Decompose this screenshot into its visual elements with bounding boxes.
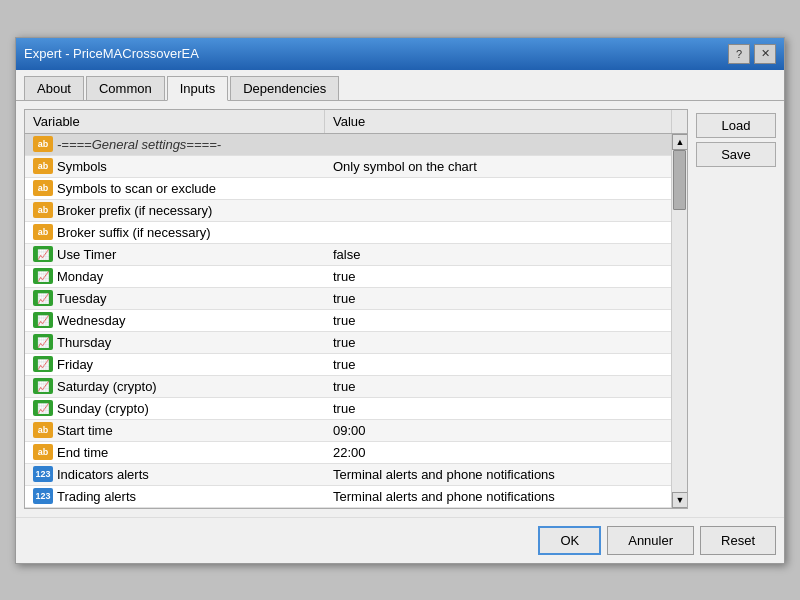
main-window: Expert - PriceMACrossoverEA ? ✕ About Co… — [15, 37, 785, 564]
type-badge: 📈 — [33, 290, 53, 306]
variable-value: true — [325, 289, 671, 308]
tab-about[interactable]: About — [24, 76, 84, 100]
variable-value — [325, 208, 671, 212]
table-body: ab-====General settings====-abSymbolsOnl… — [25, 134, 671, 508]
table-row[interactable]: abEnd time22:00 — [25, 442, 671, 464]
type-badge: 📈 — [33, 378, 53, 394]
type-badge: ab — [33, 158, 53, 174]
variable-name: Thursday — [57, 335, 111, 350]
type-badge: 📈 — [33, 312, 53, 328]
variable-column-header: Variable — [25, 110, 325, 133]
variable-name: -====General settings====- — [57, 137, 221, 152]
table-row[interactable]: 📈Mondaytrue — [25, 266, 671, 288]
variable-value: true — [325, 377, 671, 396]
title-bar-buttons: ? ✕ — [728, 44, 776, 64]
variable-value — [325, 142, 671, 146]
type-badge: 123 — [33, 488, 53, 504]
save-button[interactable]: Save — [696, 142, 776, 167]
variable-name: Wednesday — [57, 313, 125, 328]
variable-value — [325, 230, 671, 234]
main-content: Variable Value ab-====General settings==… — [16, 101, 784, 517]
variable-name: Sunday (crypto) — [57, 401, 149, 416]
load-button[interactable]: Load — [696, 113, 776, 138]
type-badge: ab — [33, 422, 53, 438]
variable-name: Symbols — [57, 159, 107, 174]
variable-value: true — [325, 311, 671, 330]
reset-button[interactable]: Reset — [700, 526, 776, 555]
variable-value: 22:00 — [325, 443, 671, 462]
type-badge: 123 — [33, 466, 53, 482]
table-row[interactable]: abBroker prefix (if necessary) — [25, 200, 671, 222]
type-badge: 📈 — [33, 400, 53, 416]
table-header-row: Variable Value — [25, 110, 687, 134]
table-row[interactable]: 📈Use Timerfalse — [25, 244, 671, 266]
type-badge: 📈 — [33, 268, 53, 284]
variable-name: Symbols to scan or exclude — [57, 181, 216, 196]
type-badge: ab — [33, 136, 53, 152]
scroll-down-arrow[interactable]: ▼ — [672, 492, 687, 508]
table-row[interactable]: abSymbols to scan or exclude — [25, 178, 671, 200]
table-row[interactable]: abBroker suffix (if necessary) — [25, 222, 671, 244]
variable-name: Use Timer — [57, 247, 116, 262]
help-button[interactable]: ? — [728, 44, 750, 64]
title-bar: Expert - PriceMACrossoverEA ? ✕ — [16, 38, 784, 70]
tab-dependencies[interactable]: Dependencies — [230, 76, 339, 100]
variable-value: true — [325, 399, 671, 418]
tab-inputs[interactable]: Inputs — [167, 76, 228, 101]
variable-name: Start time — [57, 423, 113, 438]
table-row[interactable]: abStart time09:00 — [25, 420, 671, 442]
variable-name: Saturday (crypto) — [57, 379, 157, 394]
variable-name: Tuesday — [57, 291, 106, 306]
table-row[interactable]: abSymbolsOnly symbol on the chart — [25, 156, 671, 178]
variable-value: Terminal alerts and phone notifications — [325, 465, 671, 484]
scrollbar[interactable]: ▲ ▼ — [671, 134, 687, 508]
value-column-header: Value — [325, 110, 671, 133]
type-badge: 📈 — [33, 334, 53, 350]
variable-name: Friday — [57, 357, 93, 372]
bottom-bar: OK Annuler Reset — [16, 517, 784, 563]
type-badge: 📈 — [33, 356, 53, 372]
type-badge: ab — [33, 202, 53, 218]
variable-name: Broker prefix (if necessary) — [57, 203, 212, 218]
table-row[interactable]: 📈Wednesdaytrue — [25, 310, 671, 332]
variable-name: Monday — [57, 269, 103, 284]
scroll-thumb[interactable] — [673, 150, 686, 210]
table-row[interactable]: 📈Saturday (crypto)true — [25, 376, 671, 398]
table-row[interactable]: 📈Sunday (crypto)true — [25, 398, 671, 420]
ok-button[interactable]: OK — [538, 526, 601, 555]
table-row[interactable]: ab-====General settings====- — [25, 134, 671, 156]
type-badge: 📈 — [33, 246, 53, 262]
scroll-track[interactable] — [672, 150, 687, 492]
tab-bar: About Common Inputs Dependencies — [16, 70, 784, 101]
scroll-up-arrow[interactable]: ▲ — [672, 134, 687, 150]
close-button[interactable]: ✕ — [754, 44, 776, 64]
variable-value: false — [325, 245, 671, 264]
variable-value: Only symbol on the chart — [325, 157, 671, 176]
variable-name: Broker suffix (if necessary) — [57, 225, 211, 240]
variable-value: Terminal alerts and phone notifications — [325, 487, 671, 506]
variable-name: End time — [57, 445, 108, 460]
variable-value: true — [325, 333, 671, 352]
table-row[interactable]: 📈Fridaytrue — [25, 354, 671, 376]
tab-common[interactable]: Common — [86, 76, 165, 100]
variable-value — [325, 186, 671, 190]
variable-value: true — [325, 355, 671, 374]
variables-table: Variable Value ab-====General settings==… — [24, 109, 688, 509]
table-row[interactable]: 📈Tuesdaytrue — [25, 288, 671, 310]
variable-name: Trading alerts — [57, 489, 136, 504]
type-badge: ab — [33, 180, 53, 196]
cancel-button[interactable]: Annuler — [607, 526, 694, 555]
variable-name: Indicators alerts — [57, 467, 149, 482]
type-badge: ab — [33, 224, 53, 240]
variable-value: 09:00 — [325, 421, 671, 440]
variable-value: true — [325, 267, 671, 286]
table-row[interactable]: 123Indicators alertsTerminal alerts and … — [25, 464, 671, 486]
side-buttons-panel: Load Save — [696, 109, 776, 509]
table-row[interactable]: 123Trading alertsTerminal alerts and pho… — [25, 486, 671, 508]
table-row[interactable]: 📈Thursdaytrue — [25, 332, 671, 354]
window-title: Expert - PriceMACrossoverEA — [24, 46, 199, 61]
type-badge: ab — [33, 444, 53, 460]
